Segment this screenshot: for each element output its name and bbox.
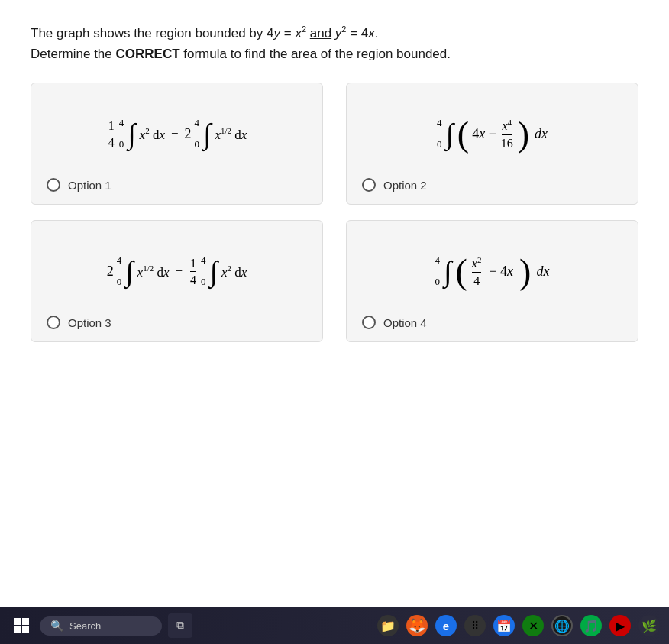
int-symbol2: ∫	[203, 119, 211, 148]
spotify-icon[interactable]: 🎵	[580, 615, 602, 636]
integral2: 4 0 ∫	[195, 117, 212, 150]
option4-label: Option 4	[383, 316, 427, 329]
option4-radio[interactable]	[362, 316, 376, 329]
option2-formula: 4 0 ∫ ( 4x − x4 16 ) dx	[437, 117, 548, 150]
integral4: 4 0 ∫	[117, 254, 134, 288]
frac-1-4: 1 4	[108, 118, 115, 150]
options-grid: 1 4 4 0 ∫ x2 dx − 2	[31, 83, 638, 342]
calendar-icon[interactable]: 📅	[493, 615, 515, 636]
limits5: 4 0	[201, 254, 206, 288]
int-symbol1: ∫	[128, 119, 135, 148]
main-content: The graph shows the region bounded by 4y…	[0, 0, 669, 607]
option1-radio[interactable]	[47, 178, 60, 192]
option4-formula: 4 0 ∫ ( x2 4 − 4x ) dx	[435, 254, 550, 288]
option3-card: 2 4 0 ∫ x1/2 dx − 1 4	[31, 220, 323, 342]
int-symbol4: ∫	[125, 257, 133, 286]
option2-label-row: Option 2	[362, 178, 427, 192]
start-button[interactable]	[9, 613, 34, 638]
option2-card: 4 0 ∫ ( 4x − x4 16 ) dx	[346, 83, 638, 205]
option3-radio[interactable]	[47, 316, 60, 329]
task-view-icon: ⧉	[176, 620, 184, 632]
option1-formula: 1 4 4 0 ∫ x2 dx − 2	[107, 117, 247, 150]
file-explorer-icon[interactable]: 📁	[377, 615, 399, 636]
open-paren4: (	[456, 256, 467, 287]
frac-x4-16: x4 16	[501, 118, 513, 150]
option4-label-row: Option 4	[362, 316, 427, 329]
limits6: 4 0	[435, 254, 441, 288]
integral1: 4 0 ∫	[119, 117, 137, 150]
taskbar-search[interactable]: 🔍 Search	[40, 616, 162, 636]
option2-radio[interactable]	[362, 178, 376, 192]
problem-text: The graph shows the region bounded by 4y…	[31, 23, 638, 64]
limits3: 4 0	[437, 117, 442, 150]
option3-label-row: Option 3	[47, 316, 112, 329]
chrome-icon[interactable]: 🌐	[551, 615, 573, 636]
close-paren4: )	[519, 256, 531, 287]
frac-1-4b: 1 4	[190, 256, 196, 287]
grid-icon[interactable]: ⠿	[464, 615, 486, 636]
option3-formula-area: 2 4 0 ∫ x1/2 dx − 1 4	[47, 239, 307, 303]
taskbar-system-icons: 📁 🦊 e ⠿ 📅 ✕ 🌐 🎵 ▶ 🌿	[377, 615, 660, 636]
option3-label: Option 3	[68, 316, 112, 329]
integral6: 4 0 ∫	[435, 254, 453, 288]
youtube-icon[interactable]: ▶	[609, 615, 631, 636]
close-paren2: )	[518, 118, 529, 150]
problem-line1: The graph shows the region bounded by 4y…	[31, 23, 638, 44]
int-symbol5: ∫	[210, 257, 218, 286]
frac-x2-4: x2 4	[472, 255, 482, 288]
taskbar: 🔍 Search ⧉ 📁 🦊 e ⠿ 📅 ✕ 🌐 🎵 ▶ 🌿	[0, 607, 669, 644]
option3-formula: 2 4 0 ∫ x1/2 dx − 1 4	[107, 254, 247, 288]
search-icon: 🔍	[50, 620, 63, 633]
option1-label: Option 1	[68, 179, 112, 192]
windows-logo-icon	[14, 618, 29, 633]
option2-label: Option 2	[383, 179, 427, 192]
xbox-icon[interactable]: ✕	[522, 615, 544, 636]
edge-icon[interactable]: e	[435, 615, 457, 636]
limits4: 4 0	[117, 254, 122, 288]
option1-formula-area: 1 4 4 0 ∫ x2 dx − 2	[47, 102, 307, 166]
option1-label-row: Option 1	[47, 178, 112, 192]
open-paren2: (	[457, 118, 469, 150]
extra-icon[interactable]: 🌿	[638, 615, 660, 636]
integral5: 4 0 ∫	[201, 254, 218, 288]
option4-card: 4 0 ∫ ( x2 4 − 4x ) dx O	[346, 220, 638, 342]
option1-card: 1 4 4 0 ∫ x2 dx − 2	[31, 83, 323, 205]
limits2: 4 0	[195, 117, 200, 150]
option4-formula-area: 4 0 ∫ ( x2 4 − 4x ) dx	[362, 239, 622, 303]
firefox-icon[interactable]: 🦊	[406, 615, 428, 636]
int-symbol6: ∫	[444, 257, 451, 286]
limits1: 4 0	[119, 117, 124, 150]
task-view-button[interactable]: ⧉	[168, 613, 192, 638]
int-symbol3: ∫	[445, 119, 453, 148]
search-label: Search	[69, 620, 101, 632]
option2-formula-area: 4 0 ∫ ( 4x − x4 16 ) dx	[362, 102, 622, 166]
integral3: 4 0 ∫	[437, 117, 454, 150]
problem-line2: Determine the CORRECT formula to find th…	[31, 44, 638, 64]
